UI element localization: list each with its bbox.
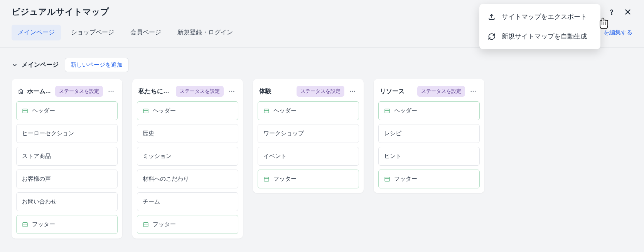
card-title-wrap: ホーム... (18, 87, 52, 96)
section-item[interactable]: 歴史 (137, 124, 238, 143)
close-icon (624, 8, 632, 16)
edit-link[interactable]: を編集する (604, 29, 632, 36)
layout-icon (22, 222, 28, 228)
section-item-label: フッター (153, 221, 176, 228)
card-title-wrap: 私たちにつ... (138, 87, 173, 96)
section-item-label: 材料へのこだわり (143, 175, 189, 183)
card-title-wrap: リソース (380, 87, 414, 96)
section-item-label: フッター (273, 175, 297, 183)
svg-point-4 (109, 91, 110, 92)
svg-point-5 (111, 91, 111, 92)
svg-rect-9 (23, 222, 27, 227)
section-collapse-toggle[interactable]: メインページ (12, 61, 59, 69)
status-badge[interactable]: ステータスを設定 (176, 86, 224, 97)
more-options-dropdown: サイトマップをエクスポート 新規サイトマップを自動生成 (479, 4, 600, 49)
section-item[interactable]: イベント (258, 147, 359, 166)
tabs: メインページ ショップページ 会員ページ 新規登録・ログイン (12, 25, 239, 40)
card-more-button[interactable] (347, 88, 357, 95)
section-item[interactable]: ワークショップ (258, 124, 359, 143)
svg-rect-14 (143, 109, 148, 113)
svg-rect-23 (264, 177, 269, 181)
section-item[interactable]: ヘッダー (258, 101, 359, 120)
section-item[interactable]: ヒント (378, 147, 480, 166)
page-card: ホーム...ステータスを設定ヘッダーヒーローセクションストア商品お客様の声お問い… (12, 79, 122, 239)
section-item-label: ワークショップ (263, 130, 304, 137)
layout-icon (263, 176, 270, 182)
more-horizontal-icon (108, 88, 115, 95)
cards-row: ホーム...ステータスを設定ヘッダーヒーローセクションストア商品お客様の声お問い… (0, 79, 644, 239)
section-item[interactable]: ミッション (137, 147, 238, 166)
layout-icon (384, 108, 390, 114)
section-item-label: お客様の声 (22, 175, 51, 183)
page-title: ビジュアルサイトマップ (12, 6, 109, 18)
card-items: ヘッダー歴史ミッション材料へのこだわりチームフッター (137, 101, 238, 234)
card-title: 体験 (259, 87, 271, 96)
section-item[interactable]: お客様の声 (16, 170, 118, 188)
card-header: リソースステータスを設定 (378, 83, 480, 101)
dropdown-regenerate-sitemap[interactable]: 新規サイトマップを自動生成 (479, 27, 600, 46)
section-item-label: ヒーローセクション (22, 130, 74, 137)
card-more-button[interactable] (227, 88, 237, 95)
section-item-label: ヘッダー (32, 107, 55, 114)
section-item[interactable]: フッター (258, 170, 359, 188)
page-card: 体験ステータスを設定ヘッダーワークショップイベントフッター (253, 79, 364, 193)
page-card: 私たちにつ...ステータスを設定ヘッダー歴史ミッション材料へのこだわりチームフッ… (132, 79, 243, 239)
dropdown-export-sitemap[interactable]: サイトマップをエクスポート (479, 7, 600, 27)
section-item[interactable]: お問い合わせ (16, 192, 118, 211)
section-item-label: フッター (32, 221, 55, 228)
section-item[interactable]: チーム (137, 192, 238, 211)
svg-point-25 (471, 91, 472, 92)
section-item-label: ヘッダー (153, 107, 176, 114)
svg-point-26 (473, 91, 474, 92)
chevron-down-icon (12, 62, 18, 68)
layout-icon (263, 108, 270, 114)
section-item[interactable]: ヘッダー (16, 101, 118, 120)
section-item[interactable]: ヘッダー (378, 101, 480, 120)
export-icon (488, 13, 496, 21)
status-badge[interactable]: ステータスを設定 (297, 86, 344, 97)
card-title: リソース (380, 87, 405, 96)
layout-icon (143, 222, 149, 228)
svg-point-19 (352, 91, 353, 92)
section-item-label: ヘッダー (273, 107, 297, 114)
status-badge[interactable]: ステータスを設定 (417, 86, 465, 97)
add-page-button[interactable]: 新しいページを追加 (65, 58, 128, 72)
svg-point-3 (611, 13, 612, 14)
layout-icon (384, 176, 390, 182)
page-card: リソースステータスを設定ヘッダーレシピヒントフッター (374, 79, 484, 193)
svg-point-20 (354, 91, 355, 92)
section-item-label: ミッション (143, 153, 172, 160)
svg-rect-28 (385, 109, 389, 113)
section-item-label: 歴史 (143, 130, 154, 137)
card-more-button[interactable] (106, 88, 116, 95)
tab-main-pages[interactable]: メインページ (12, 25, 61, 40)
tab-shop-pages[interactable]: ショップページ (65, 25, 120, 40)
card-items: ヘッダーレシピヒントフッター (378, 101, 480, 188)
close-button[interactable] (623, 7, 632, 17)
help-button[interactable] (607, 7, 616, 17)
section-item-label: お問い合わせ (22, 198, 57, 205)
section-item[interactable]: 材料へのこだわり (137, 170, 238, 188)
help-icon (607, 8, 616, 16)
refresh-icon (488, 33, 496, 40)
status-badge[interactable]: ステータスを設定 (55, 86, 103, 97)
svg-rect-7 (23, 109, 27, 113)
dropdown-item-label: 新規サイトマップを自動生成 (502, 32, 587, 41)
section-item[interactable]: ヒーローセクション (16, 124, 118, 143)
section-item[interactable]: フッター (137, 215, 238, 234)
tab-signup-login[interactable]: 新規登録・ログイン (171, 25, 239, 40)
svg-rect-21 (264, 109, 269, 113)
layout-icon (22, 108, 28, 114)
tab-member-pages[interactable]: 会員ページ (124, 25, 167, 40)
section-item-label: フッター (394, 175, 417, 183)
section-item[interactable]: ヘッダー (137, 101, 238, 120)
section-item[interactable]: ストア商品 (16, 147, 118, 166)
more-horizontal-icon (470, 88, 477, 95)
section-item[interactable]: フッター (378, 170, 480, 188)
more-horizontal-icon (349, 88, 356, 95)
section-item-label: チーム (143, 198, 160, 205)
more-horizontal-icon (228, 88, 235, 95)
section-item[interactable]: フッター (16, 215, 118, 234)
section-item[interactable]: レシピ (378, 124, 480, 143)
card-more-button[interactable] (468, 88, 478, 95)
